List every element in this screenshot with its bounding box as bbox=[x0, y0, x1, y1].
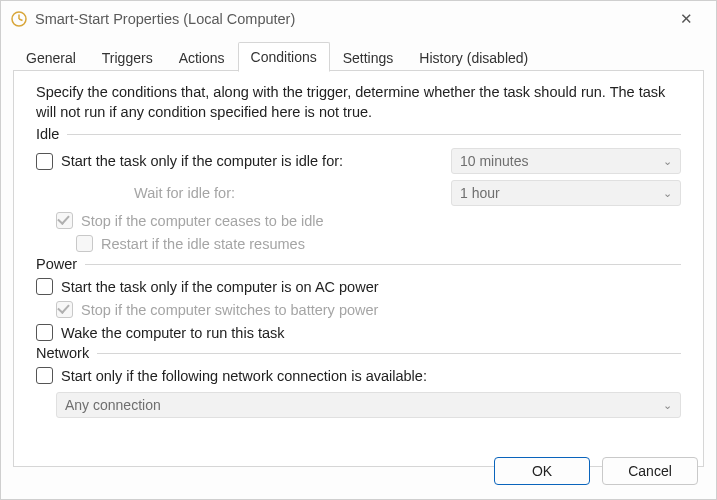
label-start-if-network: Start only if the following network conn… bbox=[61, 368, 427, 384]
dialog-buttons: OK Cancel bbox=[494, 457, 698, 485]
select-idle-duration-value: 10 minutes bbox=[460, 153, 528, 169]
tab-actions[interactable]: Actions bbox=[166, 43, 238, 72]
checkbox-start-if-network[interactable] bbox=[36, 367, 53, 384]
power-legend: Power bbox=[36, 256, 85, 272]
label-wake-to-run: Wake the computer to run this task bbox=[61, 325, 285, 341]
label-restart-if-resumes: Restart if the idle state resumes bbox=[101, 236, 305, 252]
titlebar: Smart-Start Properties (Local Computer) … bbox=[1, 1, 716, 37]
label-start-on-ac: Start the task only if the computer is o… bbox=[61, 279, 379, 295]
tab-settings[interactable]: Settings bbox=[330, 43, 407, 72]
chevron-down-icon: ⌄ bbox=[663, 187, 672, 200]
dialog-window: Smart-Start Properties (Local Computer) … bbox=[0, 0, 717, 500]
checkbox-stop-if-not-idle bbox=[56, 212, 73, 229]
label-start-only-idle: Start the task only if the computer is i… bbox=[61, 153, 343, 169]
ok-button[interactable]: OK bbox=[494, 457, 590, 485]
select-wait-duration[interactable]: 1 hour ⌄ bbox=[451, 180, 681, 206]
checkbox-wake-to-run[interactable] bbox=[36, 324, 53, 341]
tab-underline bbox=[13, 70, 704, 71]
checkbox-start-on-ac[interactable] bbox=[36, 278, 53, 295]
select-network-connection[interactable]: Any connection ⌄ bbox=[56, 392, 681, 418]
idle-divider bbox=[67, 134, 681, 135]
tab-general[interactable]: General bbox=[13, 43, 89, 72]
power-fieldset-header: Power bbox=[36, 256, 681, 272]
checkbox-restart-if-resumes bbox=[76, 235, 93, 252]
chevron-down-icon: ⌄ bbox=[663, 155, 672, 168]
network-legend: Network bbox=[36, 345, 97, 361]
tab-history[interactable]: History (disabled) bbox=[406, 43, 541, 72]
close-button[interactable]: ✕ bbox=[666, 10, 706, 28]
chevron-down-icon: ⌄ bbox=[663, 399, 672, 412]
clock-icon bbox=[11, 11, 27, 27]
tab-conditions[interactable]: Conditions bbox=[238, 42, 330, 72]
network-fieldset-header: Network bbox=[36, 345, 681, 361]
checkbox-start-only-idle[interactable] bbox=[36, 153, 53, 170]
tab-content: Specify the conditions that, along with … bbox=[13, 71, 704, 467]
checkbox-stop-on-battery bbox=[56, 301, 73, 318]
select-idle-duration[interactable]: 10 minutes ⌄ bbox=[451, 148, 681, 174]
label-wait-for-idle: Wait for idle for: bbox=[134, 185, 235, 201]
idle-fieldset-header: Idle bbox=[36, 126, 681, 142]
svg-line-2 bbox=[19, 19, 23, 21]
label-stop-if-not-idle: Stop if the computer ceases to be idle bbox=[81, 213, 324, 229]
cancel-button[interactable]: Cancel bbox=[602, 457, 698, 485]
idle-legend: Idle bbox=[36, 126, 67, 142]
tab-bar: General Triggers Actions Conditions Sett… bbox=[13, 41, 704, 71]
select-network-connection-value: Any connection bbox=[65, 397, 161, 413]
network-divider bbox=[97, 353, 681, 354]
tab-triggers[interactable]: Triggers bbox=[89, 43, 166, 72]
titlebar-left: Smart-Start Properties (Local Computer) bbox=[11, 11, 295, 27]
window-title: Smart-Start Properties (Local Computer) bbox=[35, 11, 295, 27]
label-stop-on-battery: Stop if the computer switches to battery… bbox=[81, 302, 378, 318]
conditions-description: Specify the conditions that, along with … bbox=[36, 83, 681, 122]
power-divider bbox=[85, 264, 681, 265]
select-wait-duration-value: 1 hour bbox=[460, 185, 500, 201]
